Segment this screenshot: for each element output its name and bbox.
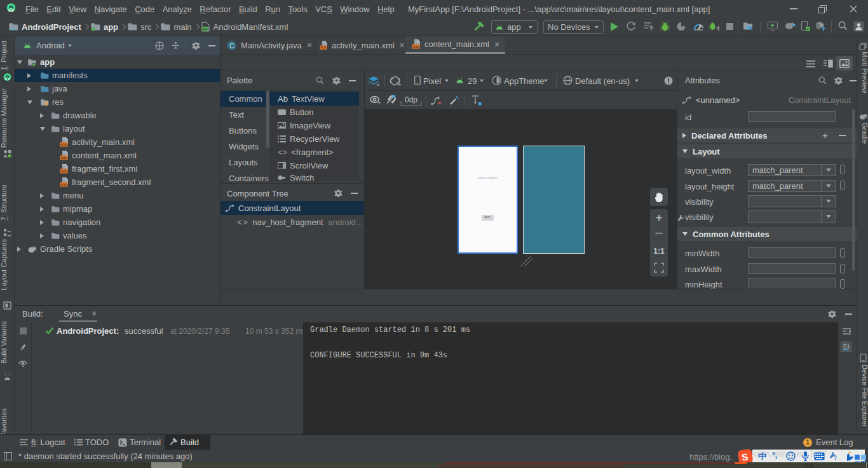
- svg-text:<>: <>: [61, 156, 66, 160]
- svg-text:<>: <>: [61, 142, 66, 147]
- svg-text:<>: <>: [413, 45, 418, 49]
- svg-text:<>: <>: [61, 169, 66, 174]
- svg-text:<>: <>: [61, 182, 66, 187]
- svg-text:C: C: [229, 41, 234, 49]
- svg-text:<>: <>: [321, 46, 326, 50]
- svg-text:MF: MF: [202, 27, 208, 31]
- svg-text:7: 7: [834, 456, 837, 460]
